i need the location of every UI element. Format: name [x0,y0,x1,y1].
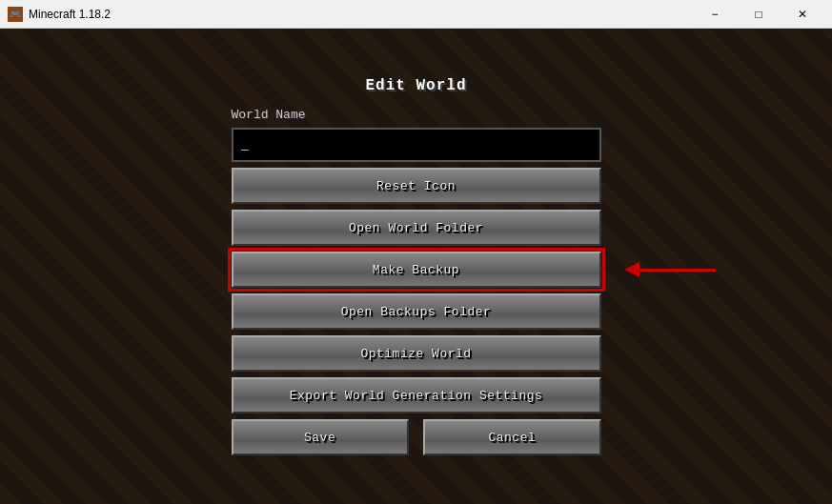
arrow-line [639,269,716,272]
close-button[interactable]: ✕ [781,0,824,29]
title-bar: 🎮 Minecraft 1.18.2 − □ ✕ [0,0,832,29]
save-button[interactable]: Save [232,419,409,455]
make-backup-button[interactable]: Make Backup [232,252,601,288]
main-content: Edit World World Name Reset Icon Open Wo… [0,29,832,504]
bottom-buttons-row: Save Cancel [232,419,601,455]
edit-world-dialog: Edit World World Name Reset Icon Open Wo… [216,58,617,474]
maximize-button[interactable]: □ [737,0,781,29]
world-name-input[interactable] [232,128,601,162]
optimize-world-button[interactable]: Optimize World [232,335,601,372]
app-icon: 🎮 [8,7,23,22]
window-controls: − □ ✕ [693,0,824,29]
app-title: Minecraft 1.18.2 [29,8,111,21]
cancel-button[interactable]: Cancel [423,419,600,455]
open-backups-folder-button[interactable]: Open Backups Folder [232,293,601,330]
arrow-head-icon [624,262,639,277]
world-name-label: World Name [232,108,306,122]
dialog-title: Edit World [365,77,466,94]
make-backup-row: Make Backup [232,252,601,288]
title-bar-left: 🎮 Minecraft 1.18.2 [8,7,111,22]
minimize-button[interactable]: − [693,0,737,29]
open-world-folder-button[interactable]: Open World Folder [232,210,601,246]
reset-icon-button[interactable]: Reset Icon [232,168,601,204]
export-world-gen-settings-button[interactable]: Export World Generation Settings [232,377,601,413]
arrow-annotation [624,262,716,277]
